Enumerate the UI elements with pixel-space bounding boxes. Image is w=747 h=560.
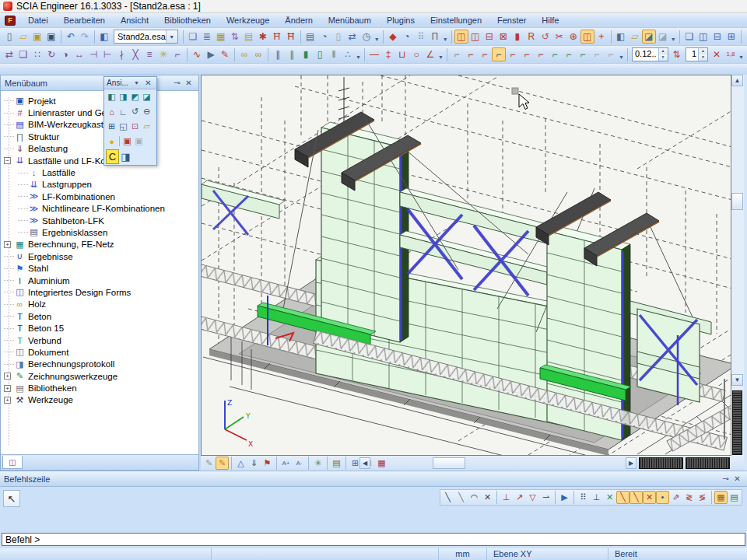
railing-a-icon[interactable]: Ħ bbox=[270, 30, 284, 44]
window-tile-h-icon[interactable]: ◫ bbox=[696, 30, 710, 44]
pen-solid-icon[interactable]: ✎ bbox=[216, 457, 229, 470]
mdi-document-icon[interactable]: F bbox=[5, 16, 16, 26]
render-slow-icon[interactable]: ◪ bbox=[656, 30, 670, 44]
columns-green-a-icon[interactable]: ▮ bbox=[299, 47, 313, 61]
tree-item-ergebnisse[interactable]: ∪Ergebnisse bbox=[4, 250, 198, 262]
columns-walk-icon[interactable]: ∴ bbox=[341, 47, 355, 61]
railing-b-icon[interactable]: Ħ bbox=[284, 30, 298, 44]
geom-intersect-icon[interactable]: ╳ bbox=[128, 47, 142, 61]
spinner-up-icon[interactable]: ▲ bbox=[659, 48, 668, 54]
number-scale-icon[interactable]: 1,8 bbox=[724, 47, 738, 61]
photo-frames-icon[interactable]: ❏ bbox=[186, 30, 200, 44]
menu-ansicht[interactable]: Ansicht bbox=[113, 14, 156, 26]
tree-item-holz[interactable]: ∞Holz bbox=[4, 299, 198, 310]
collapse-icon[interactable]: − bbox=[4, 157, 11, 164]
snap-none-icon[interactable]: ✕ bbox=[481, 491, 494, 504]
tree-item-integriertes-design-forms[interactable]: ◫Integriertes Design Forms bbox=[4, 286, 198, 298]
nodes-pair-a-icon[interactable]: ∞ bbox=[237, 47, 251, 61]
tree-item-aluminium[interactable]: IAluminium bbox=[4, 275, 198, 286]
snap-segment-icon[interactable]: ⇀ bbox=[539, 491, 552, 504]
status-units[interactable]: mm bbox=[439, 548, 487, 560]
support-g-icon[interactable]: ⌐ bbox=[534, 47, 548, 61]
model-canvas[interactable]: Z Y X bbox=[201, 75, 731, 456]
view-axo-icon[interactable]: ◪ bbox=[141, 90, 153, 103]
render-fast-icon[interactable]: ◪ bbox=[642, 30, 656, 44]
toolbar-overflow-icon[interactable]: ▼ bbox=[738, 47, 745, 61]
view-side-icon[interactable]: ◨ bbox=[117, 90, 129, 103]
support-h-icon[interactable]: ⌐ bbox=[548, 47, 562, 61]
spinner-down-icon[interactable]: ▼ bbox=[699, 54, 707, 61]
hatch-red-icon[interactable]: ‡ bbox=[381, 47, 395, 61]
view-home-icon[interactable]: ⌂ bbox=[106, 105, 117, 118]
view-front-icon[interactable]: ◧ bbox=[106, 90, 117, 103]
menu-men-baum[interactable]: Menübaum bbox=[321, 14, 379, 26]
undo-icon[interactable]: ↶ bbox=[64, 30, 78, 44]
geom-asterisk-icon[interactable]: ✳ bbox=[156, 47, 170, 61]
geom-copy-icon[interactable]: ❏ bbox=[16, 47, 30, 61]
tree-item-beton[interactable]: TBeton bbox=[4, 310, 198, 322]
pixel-ruler-icon[interactable]: ⠿ bbox=[414, 30, 428, 44]
pin-icon[interactable]: ⊸ bbox=[171, 78, 183, 89]
pencil-cut-icon[interactable]: ✎ bbox=[218, 47, 232, 61]
support-k-icon[interactable]: ⌐ bbox=[590, 47, 604, 61]
support-i-icon[interactable]: ⌐ bbox=[562, 47, 576, 61]
tree-item-struktur[interactable]: ∏Struktur bbox=[4, 131, 198, 142]
vscroll-thumb[interactable] bbox=[731, 193, 743, 210]
menu-bibliotheken[interactable]: Bibliotheken bbox=[156, 14, 219, 26]
snap-arc-icon[interactable]: ◠ bbox=[468, 491, 481, 504]
spinner-value[interactable]: 1 bbox=[686, 48, 698, 61]
value-spinner[interactable]: 1▲▼ bbox=[686, 47, 708, 61]
zoom-out-icon[interactable]: ⊖ bbox=[141, 105, 153, 118]
document-refresh-icon[interactable]: ⇄ bbox=[345, 30, 359, 44]
printer-icon[interactable]: ▤ bbox=[303, 30, 317, 44]
print-preview-icon[interactable]: ◔ bbox=[317, 30, 331, 44]
hscroll-thumb[interactable] bbox=[433, 457, 465, 469]
menu-bearbeiten[interactable]: Bearbeiten bbox=[56, 14, 113, 26]
toolbar-overflow-icon[interactable]: ▼ bbox=[355, 47, 362, 61]
expand-icon[interactable]: + bbox=[4, 241, 11, 248]
unit-brackets-icon[interactable]: Π bbox=[428, 30, 442, 44]
save-document-icon[interactable]: ▣ bbox=[44, 30, 58, 44]
snap-edge-c-icon[interactable]: ≶ bbox=[696, 491, 709, 504]
open-folder-icon[interactable]: ▱ bbox=[16, 30, 30, 44]
window-cascade-icon[interactable]: ❏ bbox=[682, 30, 696, 44]
zoom-window-icon[interactable]: ⊞ bbox=[106, 120, 117, 133]
line-red-icon[interactable]: — bbox=[367, 47, 381, 61]
redo-icon[interactable]: ↷ bbox=[78, 30, 92, 44]
tree-item-verbund[interactable]: TVerbund bbox=[4, 334, 198, 346]
volume-triangle-icon[interactable]: △ bbox=[234, 457, 247, 470]
members-blue-icon[interactable]: ∥ bbox=[271, 47, 285, 61]
close-icon[interactable]: ✕ bbox=[142, 78, 154, 89]
load-scale-icon[interactable]: ⇅ bbox=[670, 47, 684, 61]
select-cut-icon[interactable]: ✂ bbox=[552, 30, 566, 44]
view-save-icon[interactable]: ▱ bbox=[141, 120, 153, 133]
support-b-icon[interactable]: ⌐ bbox=[464, 47, 478, 61]
geom-mirror-icon[interactable]: ◑ bbox=[58, 47, 72, 61]
menu-hilfe[interactable]: Hilfe bbox=[534, 14, 566, 26]
expand-icon[interactable]: + bbox=[4, 385, 11, 392]
tree-item-berechnung-fe-netz[interactable]: +▦Berechnung, FE-Netz bbox=[4, 239, 198, 250]
view-axes-icon[interactable]: ∟ bbox=[117, 105, 129, 118]
view-params-icon[interactable]: ◨ bbox=[119, 149, 132, 164]
grid-cross-icon[interactable]: ✕ bbox=[603, 491, 616, 504]
circle-red-icon[interactable]: ○ bbox=[409, 47, 423, 61]
labels-abc-icon[interactable]: A+ bbox=[279, 457, 293, 470]
value-spinner[interactable]: 0.12..▲▼ bbox=[632, 47, 668, 61]
pointer-mode-button[interactable]: ↖ bbox=[3, 490, 20, 507]
cross-section-scale-icon[interactable]: ✕ bbox=[710, 47, 724, 61]
snap-table-icon[interactable]: ▤ bbox=[728, 491, 741, 504]
support-e-icon[interactable]: ⌐ bbox=[506, 47, 520, 61]
snap-endpoint-icon[interactable]: ╲ bbox=[441, 491, 454, 504]
geom-multicopy-icon[interactable]: ∷ bbox=[30, 47, 44, 61]
light-toggle-icon[interactable]: ● bbox=[106, 135, 117, 148]
snap-midpoint-icon[interactable]: ▽ bbox=[526, 491, 539, 504]
menu--ndern[interactable]: Ändern bbox=[277, 14, 320, 26]
tree-item-lf-kombinationen[interactable]: ≫LF-Kombinationen bbox=[4, 191, 198, 202]
grid-ortho-icon[interactable]: ⊥ bbox=[590, 491, 603, 504]
support-f-icon[interactable]: ⌐ bbox=[520, 47, 534, 61]
grid-dots-icon[interactable]: ⠿ bbox=[577, 491, 590, 504]
select-column-add-icon[interactable]: ◫ bbox=[454, 30, 468, 44]
scroll-down-button[interactable]: ▼ bbox=[731, 374, 743, 386]
calculator-edit-icon[interactable]: ▦ bbox=[214, 30, 228, 44]
document-book-icon[interactable]: ▤ bbox=[330, 457, 343, 470]
